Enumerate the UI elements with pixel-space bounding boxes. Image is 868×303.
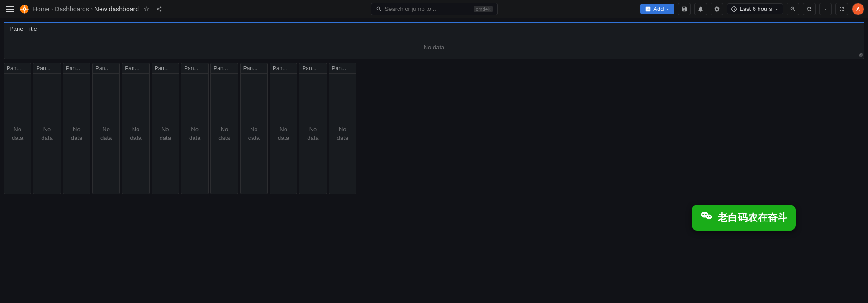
panel-large: Panel Title No data — [4, 22, 864, 59]
panel-small-header-8: Pan... — [241, 63, 267, 74]
panel-small-nodata-3: Nodata — [100, 125, 112, 142]
panel-small-3: Pan... Nodata — [92, 63, 120, 194]
panel-small-2: Pan... Nodata — [63, 63, 90, 194]
panel-small-body-3: Nodata — [93, 74, 119, 194]
add-chevron-icon — [665, 7, 670, 11]
dashboards-link[interactable]: Dashboards — [55, 5, 89, 13]
breadcrumb-sep-1: › — [51, 6, 53, 12]
settings-icon — [714, 6, 720, 12]
panel-small-header-4: Pan... — [122, 63, 149, 74]
panel-resize-handle[interactable] — [859, 53, 863, 58]
alerts-icon — [697, 6, 704, 12]
topbar-right: Add Last 6 hour — [640, 3, 864, 15]
panel-title: Panel Title — [9, 25, 37, 32]
panel-small-header-10: Pan... — [299, 63, 326, 74]
grafana-icon — [20, 5, 29, 14]
panel-small-6: Pan... Nodata — [181, 63, 209, 194]
panel-small-7: Pan... Nodata — [210, 63, 238, 194]
panel-small-header-11: Pan... — [329, 63, 356, 74]
breadcrumb: Home › Dashboards › New dashboard — [33, 5, 139, 13]
panel-small-body-6: Nodata — [181, 74, 208, 194]
svg-point-10 — [705, 214, 707, 215]
panel-small-9: Pan... Nodata — [270, 63, 297, 194]
search-container: cmd+k — [371, 3, 498, 15]
panel-small-body-1: Nodata — [33, 74, 60, 194]
grafana-logo — [19, 4, 30, 14]
avatar-initials: A — [856, 6, 860, 12]
alerts-button[interactable] — [694, 3, 707, 15]
search-shortcut: cmd+k — [474, 6, 493, 12]
page-title: New dashboard — [95, 5, 139, 13]
refresh-interval-button[interactable] — [819, 3, 832, 15]
settings-button[interactable] — [711, 3, 723, 15]
resize-icon — [859, 53, 863, 57]
panel-small-nodata-7: Nodata — [218, 125, 230, 142]
add-icon — [645, 6, 651, 12]
panel-small-header-6: Pan... — [181, 63, 208, 74]
share-icon — [156, 6, 162, 12]
panel-small-nodata-9: Nodata — [278, 125, 289, 142]
panel-small-11: Pan... Nodata — [329, 63, 356, 194]
panel-small-nodata-5: Nodata — [160, 125, 171, 142]
panel-small-nodata-1: Nodata — [41, 125, 52, 142]
panel-small-body-7: Nodata — [211, 74, 237, 194]
panel-small-body-8: Nodata — [241, 74, 267, 194]
add-button[interactable]: Add — [640, 4, 674, 14]
breadcrumb-sep-2: › — [91, 6, 93, 12]
wechat-logo-icon — [700, 209, 713, 223]
panel-large-body: No data — [4, 35, 864, 59]
refresh-button[interactable] — [803, 3, 816, 15]
zoom-out-icon — [790, 6, 796, 12]
time-range-button[interactable]: Last 6 hours — [727, 3, 783, 14]
search-icon — [376, 6, 382, 12]
panel-small-5: Pan... Nodata — [152, 63, 179, 194]
topbar: Home › Dashboards › New dashboard ☆ cmd+… — [0, 0, 868, 18]
panel-large-header: Panel Title — [4, 23, 864, 35]
panel-small-body-5: Nodata — [152, 74, 179, 194]
fullscreen-button[interactable] — [835, 3, 848, 15]
panel-small-nodata-8: Nodata — [248, 125, 260, 142]
add-label: Add — [653, 5, 664, 12]
svg-point-11 — [707, 216, 708, 217]
panel-small-header-7: Pan... — [211, 63, 237, 74]
main-content: Panel Title No data Pan... Nodata Pan...… — [0, 18, 868, 198]
time-range-label: Last 6 hours — [740, 5, 772, 12]
search-input[interactable] — [385, 5, 471, 12]
panel-small-nodata-10: Nodata — [307, 125, 318, 142]
panel-small-nodata-6: Nodata — [189, 125, 200, 142]
panel-small-8: Pan... Nodata — [240, 63, 268, 194]
panel-small-body-9: Nodata — [270, 74, 297, 194]
panel-no-data: No data — [424, 44, 445, 51]
panel-small-header-1: Pan... — [33, 63, 60, 74]
wechat-label: 老白码农在奋斗 — [718, 211, 787, 225]
panel-small-header-0: Pan... — [4, 63, 31, 74]
home-link[interactable]: Home — [33, 5, 49, 13]
panel-small-header-5: Pan... — [152, 63, 179, 74]
menu-toggle-button[interactable] — [4, 5, 16, 14]
svg-point-2 — [24, 8, 25, 10]
panel-small-body-11: Nodata — [329, 74, 356, 194]
panel-small-header-3: Pan... — [93, 63, 119, 74]
save-button[interactable] — [678, 3, 691, 15]
panel-small-body-0: Nodata — [4, 74, 31, 194]
panel-small-header-2: Pan... — [63, 63, 90, 74]
panel-small-nodata-4: Nodata — [130, 125, 141, 142]
panel-small-nodata-0: Nodata — [12, 125, 23, 142]
user-avatar[interactable]: A — [852, 3, 864, 15]
save-icon — [681, 6, 688, 12]
panels-grid: Pan... Nodata Pan... Nodata Pan... Nodat… — [4, 63, 864, 194]
svg-point-8 — [706, 214, 712, 219]
zoom-out-button[interactable] — [787, 3, 799, 15]
search-box: cmd+k — [371, 3, 498, 15]
panel-small-10: Pan... Nodata — [299, 63, 327, 194]
star-button[interactable]: ☆ — [142, 3, 152, 15]
time-chevron-icon — [774, 7, 779, 11]
clock-icon — [731, 6, 737, 12]
panel-small-body-10: Nodata — [299, 74, 326, 194]
refresh-interval-icon — [823, 7, 828, 11]
panel-small-body-2: Nodata — [63, 74, 90, 194]
wechat-badge: 老白码农在奋斗 — [692, 205, 796, 231]
share-button[interactable] — [154, 4, 164, 14]
fullscreen-icon — [839, 6, 845, 12]
panel-small-nodata-2: Nodata — [71, 125, 82, 142]
